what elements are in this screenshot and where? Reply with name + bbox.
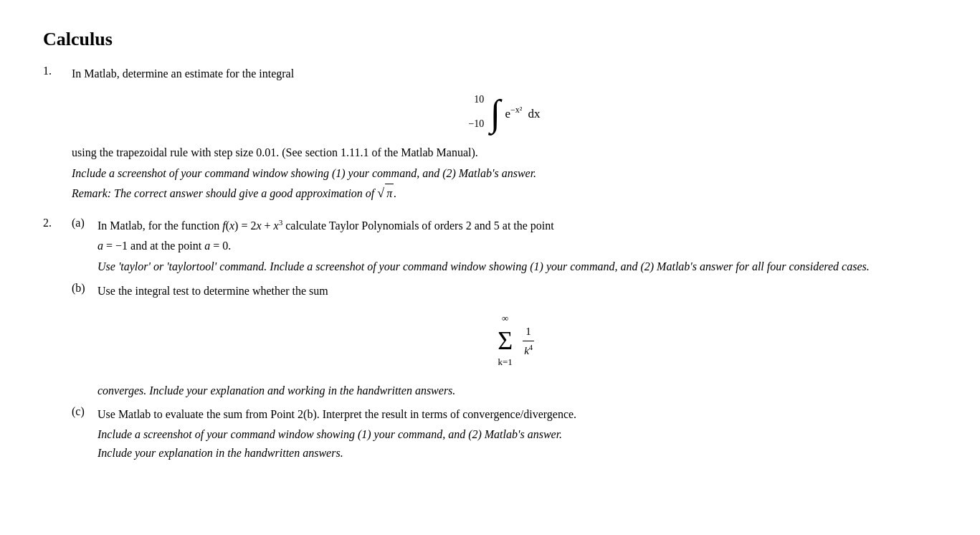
- problem-2c-text1: Use Matlab to evaluate the sum from Poin…: [97, 405, 937, 424]
- page-title: Calculus: [43, 29, 937, 50]
- problem-2c-label: (c): [72, 405, 97, 418]
- integral-symbol: ∫: [490, 95, 500, 132]
- problem-2: 2. (a) In Matlab, for the function f(x) …: [43, 217, 937, 468]
- integral-lower: −10: [468, 118, 484, 130]
- problem-2c: (c) Use Matlab to evaluate the sum from …: [72, 405, 937, 462]
- problem-2c-italic2: Include your explanation in the handwrit…: [97, 444, 937, 463]
- problem-1-italic2: Remark: The correct answer should give a…: [72, 183, 937, 204]
- problem-1-number: 1.: [43, 65, 72, 77]
- problem-1: 1. In Matlab, determine an estimate for …: [43, 65, 937, 204]
- sqrt-pi: √π: [377, 183, 394, 204]
- fraction-display: 1 k4: [523, 323, 534, 359]
- fraction-numerator: 1: [523, 323, 534, 341]
- problem-1-content: In Matlab, determine an estimate for the…: [72, 65, 937, 204]
- problem-1-intro: In Matlab, determine an estimate for the…: [72, 65, 937, 83]
- problem-2a-label: (a): [72, 217, 97, 229]
- sigma-upper: ∞: [502, 311, 508, 326]
- problem-2b: (b) Use the integral test to determine w…: [72, 282, 937, 400]
- sum-expression: ∞ Σ k=1: [498, 311, 513, 370]
- sqrt-sign: √: [377, 183, 384, 204]
- integrand: e−x² dx: [505, 105, 541, 121]
- problem-1-step-text: using the trapezoidal rule with step siz…: [72, 143, 937, 162]
- problem-2-content: (a) In Matlab, for the function f(x) = 2…: [72, 217, 937, 468]
- problem-2-number: 2.: [43, 217, 72, 229]
- problem-2b-italic: converges. Include your explanation and …: [97, 382, 937, 400]
- integral-limits: 10 −10: [468, 94, 484, 130]
- problem-2a-text1: In Matlab, for the function f(x) = 2x + …: [97, 217, 937, 235]
- differential: dx: [528, 107, 541, 120]
- problem-1-italic1: Include a screenshot of your command win…: [72, 164, 937, 183]
- problem-2c-content: Use Matlab to evaluate the sum from Poin…: [97, 405, 937, 462]
- integrand-exponent: −x²: [510, 105, 522, 115]
- problem-2a-text2: a = −1 and at the point a = 0.: [97, 237, 937, 255]
- integral-upper: 10: [474, 94, 484, 105]
- problem-2b-content: Use the integral test to determine wheth…: [97, 282, 937, 400]
- problem-2b-label: (b): [72, 282, 97, 295]
- fraction-denominator: k4: [524, 341, 533, 359]
- sigma-symbol: Σ: [498, 328, 513, 354]
- summation-display: ∞ Σ k=1 1 k4: [97, 311, 937, 370]
- integral-display: 10 −10 ∫ e−x² dx: [72, 95, 937, 132]
- problem-2c-italic1: Include a screenshot of your command win…: [97, 425, 937, 444]
- problem-2b-text1: Use the integral test to determine wheth…: [97, 282, 937, 300]
- problem-2a-italic: Use 'taylor' or 'taylortool' command. In…: [97, 257, 937, 276]
- sigma-lower: k=1: [498, 355, 512, 370]
- problem-2a: (a) In Matlab, for the function f(x) = 2…: [72, 217, 937, 276]
- problem-2a-content: In Matlab, for the function f(x) = 2x + …: [97, 217, 937, 276]
- sqrt-content: π: [385, 184, 394, 203]
